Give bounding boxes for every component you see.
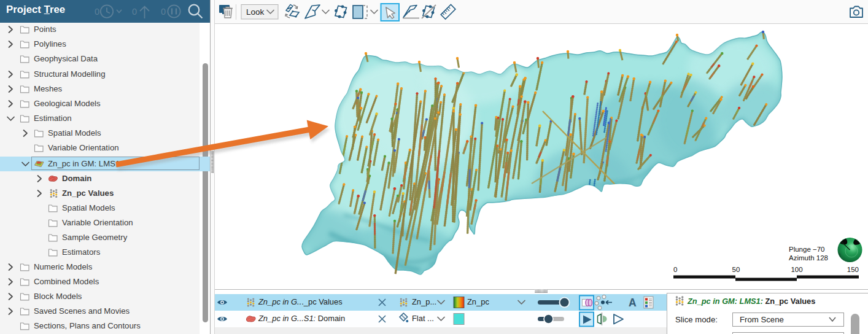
svg-text:150: 150 bbox=[847, 266, 859, 273]
svg-text:0: 0 bbox=[95, 7, 99, 17]
svg-text:Azimuth 128: Azimuth 128 bbox=[789, 254, 828, 262]
svg-text:100: 100 bbox=[791, 266, 802, 273]
svg-text:50: 50 bbox=[732, 266, 740, 273]
svg-text:A: A bbox=[629, 297, 637, 309]
svg-text:0: 0 bbox=[132, 7, 137, 17]
svg-text:Look: Look bbox=[246, 7, 265, 17]
svg-text:0: 0 bbox=[161, 7, 166, 17]
svg-text:0: 0 bbox=[673, 266, 677, 273]
svg-text:Plunge −70: Plunge −70 bbox=[789, 246, 825, 253]
